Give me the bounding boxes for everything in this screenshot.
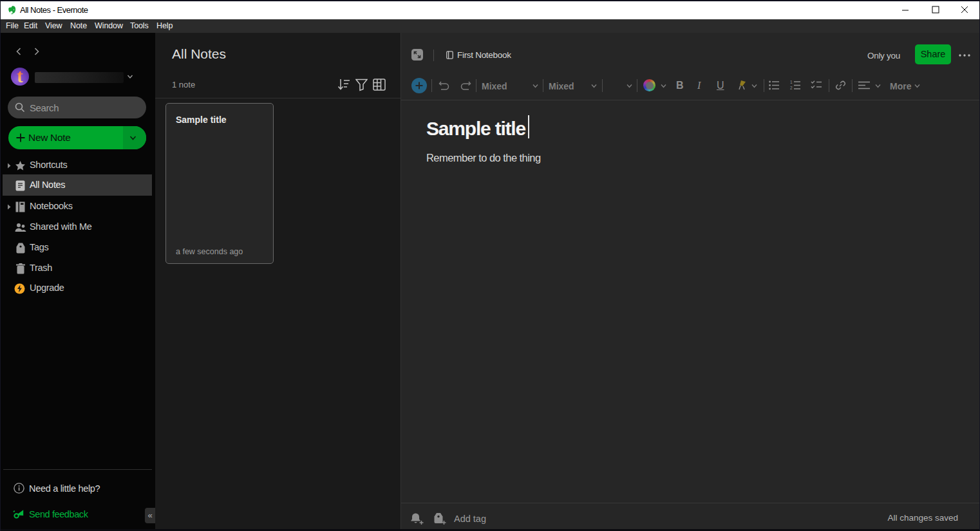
svg-text:1: 1: [790, 80, 793, 84]
svg-text:2: 2: [790, 86, 793, 90]
